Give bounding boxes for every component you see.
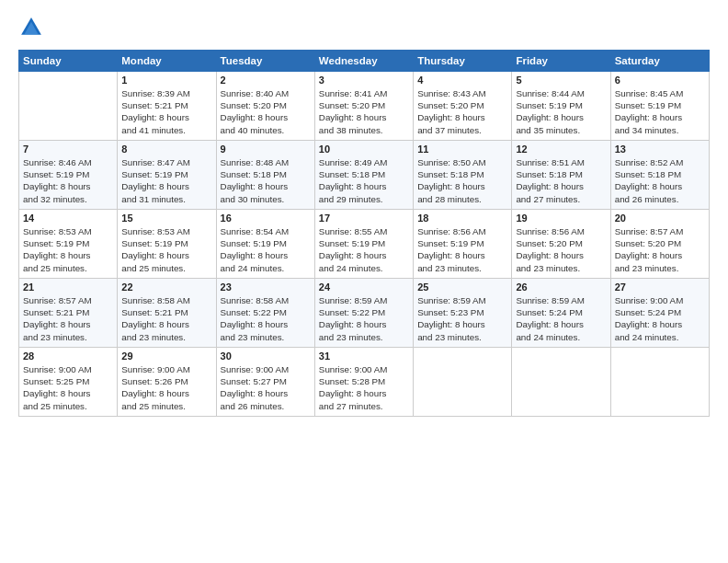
day-cell: 22Sunrise: 8:58 AMSunset: 5:21 PMDayligh… [118, 279, 216, 348]
day-number: 3 [319, 75, 409, 86]
day-number: 13 [615, 144, 705, 155]
day-cell: 4Sunrise: 8:43 AMSunset: 5:20 PMDaylight… [414, 72, 512, 141]
day-cell [414, 348, 512, 417]
col-header-monday: Monday [118, 51, 216, 72]
day-info: Sunrise: 8:49 AMSunset: 5:18 PMDaylight:… [319, 156, 409, 205]
day-cell: 5Sunrise: 8:44 AMSunset: 5:19 PMDaylight… [512, 72, 610, 141]
day-cell: 8Sunrise: 8:47 AMSunset: 5:19 PMDaylight… [118, 141, 216, 210]
day-cell: 31Sunrise: 9:00 AMSunset: 5:28 PMDayligh… [314, 348, 413, 417]
day-number: 4 [417, 75, 507, 86]
day-cell: 6Sunrise: 8:45 AMSunset: 5:19 PMDaylight… [610, 72, 709, 141]
day-number: 29 [121, 350, 211, 362]
week-row-4: 21Sunrise: 8:57 AMSunset: 5:21 PMDayligh… [19, 279, 710, 348]
day-cell: 21Sunrise: 8:57 AMSunset: 5:21 PMDayligh… [19, 279, 118, 348]
day-info: Sunrise: 9:00 AMSunset: 5:24 PMDaylight:… [615, 294, 705, 343]
header [18, 15, 710, 40]
day-number: 16 [221, 213, 311, 224]
day-number: 22 [121, 282, 211, 293]
day-info: Sunrise: 8:53 AMSunset: 5:19 PMDaylight:… [23, 225, 113, 274]
week-row-1: 1Sunrise: 8:39 AMSunset: 5:21 PMDaylight… [19, 72, 710, 141]
day-number: 17 [319, 213, 409, 224]
day-info: Sunrise: 8:59 AMSunset: 5:22 PMDaylight:… [319, 294, 409, 343]
day-info: Sunrise: 8:44 AMSunset: 5:19 PMDaylight:… [516, 87, 606, 136]
day-info: Sunrise: 8:55 AMSunset: 5:19 PMDaylight:… [319, 225, 409, 274]
day-number: 25 [417, 282, 507, 293]
day-number: 27 [615, 282, 705, 293]
col-header-tuesday: Tuesday [216, 51, 314, 72]
col-header-friday: Friday [512, 51, 610, 72]
day-info: Sunrise: 8:40 AMSunset: 5:20 PMDaylight:… [221, 87, 311, 136]
day-cell: 20Sunrise: 8:57 AMSunset: 5:20 PMDayligh… [610, 210, 709, 279]
day-info: Sunrise: 8:57 AMSunset: 5:21 PMDaylight:… [23, 294, 113, 343]
col-header-saturday: Saturday [610, 51, 709, 72]
day-cell: 27Sunrise: 9:00 AMSunset: 5:24 PMDayligh… [610, 279, 709, 348]
page: SundayMondayTuesdayWednesdayThursdayFrid… [0, 0, 728, 563]
day-cell: 3Sunrise: 8:41 AMSunset: 5:20 PMDaylight… [314, 72, 413, 141]
day-cell: 2Sunrise: 8:40 AMSunset: 5:20 PMDaylight… [216, 72, 314, 141]
day-cell: 28Sunrise: 9:00 AMSunset: 5:25 PMDayligh… [19, 348, 118, 417]
day-cell: 18Sunrise: 8:56 AMSunset: 5:19 PMDayligh… [414, 210, 512, 279]
day-cell: 7Sunrise: 8:46 AMSunset: 5:19 PMDaylight… [19, 141, 118, 210]
day-info: Sunrise: 8:46 AMSunset: 5:19 PMDaylight:… [23, 156, 113, 205]
day-number: 28 [23, 350, 113, 362]
day-cell: 11Sunrise: 8:50 AMSunset: 5:18 PMDayligh… [414, 141, 512, 210]
week-row-5: 28Sunrise: 9:00 AMSunset: 5:25 PMDayligh… [19, 348, 710, 417]
day-cell: 12Sunrise: 8:51 AMSunset: 5:18 PMDayligh… [512, 141, 610, 210]
day-info: Sunrise: 8:59 AMSunset: 5:24 PMDaylight:… [516, 294, 606, 343]
day-cell: 25Sunrise: 8:59 AMSunset: 5:23 PMDayligh… [414, 279, 512, 348]
calendar-table: SundayMondayTuesdayWednesdayThursdayFrid… [18, 50, 710, 417]
day-number: 26 [516, 282, 606, 293]
col-header-wednesday: Wednesday [314, 51, 413, 72]
day-cell: 1Sunrise: 8:39 AMSunset: 5:21 PMDaylight… [118, 72, 216, 141]
day-cell: 9Sunrise: 8:48 AMSunset: 5:18 PMDaylight… [216, 141, 314, 210]
day-info: Sunrise: 8:41 AMSunset: 5:20 PMDaylight:… [319, 87, 409, 136]
day-cell: 23Sunrise: 8:58 AMSunset: 5:22 PMDayligh… [216, 279, 314, 348]
day-number: 14 [23, 213, 113, 224]
day-number: 5 [516, 75, 606, 86]
day-info: Sunrise: 8:57 AMSunset: 5:20 PMDaylight:… [615, 225, 705, 274]
header-row: SundayMondayTuesdayWednesdayThursdayFrid… [19, 51, 710, 72]
day-cell: 15Sunrise: 8:53 AMSunset: 5:19 PMDayligh… [118, 210, 216, 279]
week-row-3: 14Sunrise: 8:53 AMSunset: 5:19 PMDayligh… [19, 210, 710, 279]
day-number: 10 [319, 144, 409, 155]
day-info: Sunrise: 8:58 AMSunset: 5:22 PMDaylight:… [221, 294, 311, 343]
day-info: Sunrise: 8:48 AMSunset: 5:18 PMDaylight:… [221, 156, 311, 205]
day-info: Sunrise: 9:00 AMSunset: 5:26 PMDaylight:… [121, 363, 211, 412]
day-cell: 30Sunrise: 9:00 AMSunset: 5:27 PMDayligh… [216, 348, 314, 417]
day-number: 30 [221, 350, 311, 362]
day-info: Sunrise: 8:59 AMSunset: 5:23 PMDaylight:… [417, 294, 507, 343]
day-cell: 16Sunrise: 8:54 AMSunset: 5:19 PMDayligh… [216, 210, 314, 279]
day-cell: 10Sunrise: 8:49 AMSunset: 5:18 PMDayligh… [314, 141, 413, 210]
day-info: Sunrise: 8:50 AMSunset: 5:18 PMDaylight:… [417, 156, 507, 205]
day-info: Sunrise: 8:56 AMSunset: 5:20 PMDaylight:… [516, 225, 606, 274]
day-cell: 17Sunrise: 8:55 AMSunset: 5:19 PMDayligh… [314, 210, 413, 279]
day-info: Sunrise: 8:51 AMSunset: 5:18 PMDaylight:… [516, 156, 606, 205]
day-number: 31 [319, 350, 409, 362]
day-number: 19 [516, 213, 606, 224]
day-info: Sunrise: 8:56 AMSunset: 5:19 PMDaylight:… [417, 225, 507, 274]
day-number: 6 [615, 75, 705, 86]
day-cell: 14Sunrise: 8:53 AMSunset: 5:19 PMDayligh… [19, 210, 118, 279]
day-number: 11 [417, 144, 507, 155]
day-cell: 13Sunrise: 8:52 AMSunset: 5:18 PMDayligh… [610, 141, 709, 210]
day-info: Sunrise: 8:47 AMSunset: 5:19 PMDaylight:… [121, 156, 211, 205]
day-cell: 19Sunrise: 8:56 AMSunset: 5:20 PMDayligh… [512, 210, 610, 279]
day-info: Sunrise: 8:53 AMSunset: 5:19 PMDaylight:… [121, 225, 211, 274]
day-number: 18 [417, 213, 507, 224]
day-number: 24 [319, 282, 409, 293]
day-number: 23 [221, 282, 311, 293]
logo [18, 15, 46, 40]
day-number: 7 [23, 144, 113, 155]
day-info: Sunrise: 9:00 AMSunset: 5:25 PMDaylight:… [23, 363, 113, 412]
day-cell: 26Sunrise: 8:59 AMSunset: 5:24 PMDayligh… [512, 279, 610, 348]
day-number: 15 [121, 213, 211, 224]
day-number: 1 [121, 75, 211, 86]
day-info: Sunrise: 8:58 AMSunset: 5:21 PMDaylight:… [121, 294, 211, 343]
col-header-sunday: Sunday [19, 51, 118, 72]
day-info: Sunrise: 8:39 AMSunset: 5:21 PMDaylight:… [121, 87, 211, 136]
week-row-2: 7Sunrise: 8:46 AMSunset: 5:19 PMDaylight… [19, 141, 710, 210]
day-info: Sunrise: 9:00 AMSunset: 5:27 PMDaylight:… [221, 363, 311, 412]
day-cell: 29Sunrise: 9:00 AMSunset: 5:26 PMDayligh… [118, 348, 216, 417]
day-cell: 24Sunrise: 8:59 AMSunset: 5:22 PMDayligh… [314, 279, 413, 348]
day-number: 8 [121, 144, 211, 155]
